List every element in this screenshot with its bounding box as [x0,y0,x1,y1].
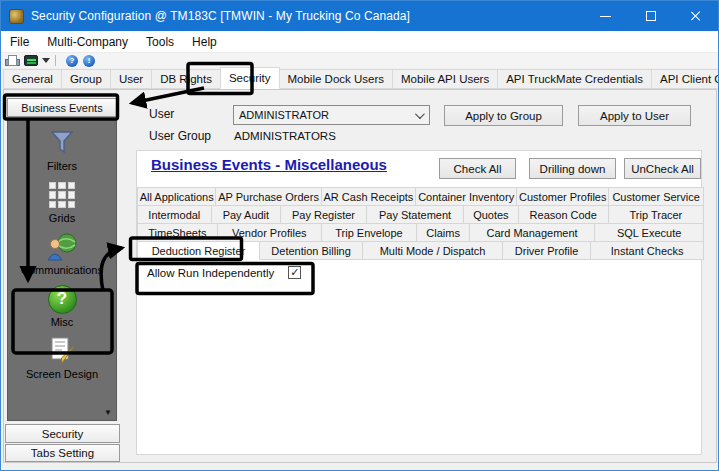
scroll-down-icon[interactable]: ▼ [104,409,112,417]
category-tab-grid: All Applications AP Purchase Orders AR C… [137,188,703,260]
category-tab-driver-profile[interactable]: Driver Profile [502,241,592,260]
misc-help-icon: ? [48,285,77,314]
multi-company-icon[interactable] [24,55,38,66]
menu-file[interactable]: File [1,35,38,49]
user-label: User [149,107,174,121]
grid-icon [49,178,75,212]
apply-to-user-button[interactable]: Apply to User [578,105,691,126]
close-button[interactable] [673,1,718,31]
tab-api-client-credentials[interactable]: API Client Credentials [651,69,719,89]
category-tab-row: All Applications AP Purchase Orders AR C… [137,188,703,206]
category-tab-all-applications[interactable]: All Applications [137,187,216,206]
sidebar-item-label: Communications [21,264,103,276]
allow-run-independently-label: Allow Run Independently [147,267,274,279]
tab-general[interactable]: General [3,69,62,89]
sidebar-item-label: Filters [47,160,77,172]
category-tab-customer-service[interactable]: Customer Service [608,187,704,206]
category-tab-vendor-profiles[interactable]: Vendor Profiles [217,223,322,242]
category-tab-instant-checks[interactable]: Instant Checks [590,241,704,260]
communications-icon [46,230,78,264]
close-icon [690,10,702,22]
app-window: Security Configuration @ TM183C [TMWIN -… [0,0,719,471]
category-tab-quotes[interactable]: Quotes [463,205,518,224]
tab-db-rights[interactable]: DB Rights [151,69,221,89]
minimize-button[interactable] [583,1,628,31]
allow-run-independently-row: Allow Run Independently ✓ [147,266,301,279]
maximize-button[interactable] [628,1,673,31]
about-icon[interactable]: ! [83,55,95,67]
window-title: Security Configuration @ TM183C [TMWIN -… [31,9,410,23]
chevron-down-icon [415,109,425,119]
category-tab-deduction-register[interactable]: Deduction Register [137,241,260,260]
category-tab-row: TimeSheets Vendor Profiles Trip Envelope… [137,224,703,242]
category-tab-pay-statement[interactable]: Pay Statement [366,205,464,224]
screen-design-icon [47,334,77,368]
dropdown-caret-icon[interactable] [42,58,50,63]
sidebar-item-filters[interactable]: Filters [8,126,116,172]
category-tab-customer-profiles[interactable]: Customer Profiles [516,187,609,206]
category-tab-pay-audit[interactable]: Pay Audit [211,205,281,224]
user-select-value: ADMINISTRATOR [239,109,329,121]
sidebar-item-label: Misc [51,316,74,328]
check-all-button[interactable]: Check All [439,158,516,179]
business-events-button[interactable]: Business Events [7,98,117,117]
menu-bar: File Multi-Company Tools Help [1,31,718,53]
category-tab-sql-execute[interactable]: SQL Execute [594,223,704,242]
category-tab-ap-purchase-orders[interactable]: AP Purchase Orders [215,187,321,206]
category-tab-trip-tracer[interactable]: Trip Tracer [608,205,704,224]
tab-security[interactable]: Security [220,67,280,89]
user-group-value: ADMINISTRATORS [234,130,336,142]
uncheck-all-button[interactable]: UnCheck All [624,158,701,179]
toolbar-separator [55,55,56,66]
sidebar-category-panel: Filters Grids Communications ? Misc [7,119,117,421]
category-tab-timesheets[interactable]: TimeSheets [137,223,218,242]
toolbar: ? ! [1,53,718,68]
tab-group[interactable]: Group [61,69,111,89]
title-bar: Security Configuration @ TM183C [TMWIN -… [1,1,718,31]
apply-to-group-button[interactable]: Apply to Group [444,105,563,126]
tab-api-truckmate-credentials[interactable]: API TruckMate Credentials [497,69,652,89]
sidebar-item-screen-design[interactable]: Screen Design [8,334,116,380]
category-tab-ar-cash-receipts[interactable]: AR Cash Receipts [321,187,416,206]
user-group-label: User Group [149,129,211,143]
menu-tools[interactable]: Tools [137,35,183,49]
top-tab-strip: General Group User DB Rights Security Mo… [3,67,718,89]
category-tab-reason-code[interactable]: Reason Code [518,205,609,224]
menu-multi-company[interactable]: Multi-Company [38,35,137,49]
sidebar-tabs-setting-button[interactable]: Tabs Setting [5,444,120,462]
tab-user[interactable]: User [110,69,152,89]
drilling-down-button[interactable]: Drilling down [529,158,616,179]
category-tab-container-inventory[interactable]: Container Inventory [415,187,517,206]
sidebar-security-button[interactable]: Security [5,424,120,443]
filter-icon [49,126,75,160]
tab-mobile-api-users[interactable]: Mobile API Users [392,69,498,89]
category-tab-detention-billing[interactable]: Detention Billing [259,241,363,260]
sidebar-item-label: Screen Design [26,368,98,380]
print-icon[interactable] [5,55,18,66]
help-icon[interactable]: ? [66,55,78,67]
category-tab-trip-envelope[interactable]: Trip Envelope [321,223,418,242]
sidebar-item-misc[interactable]: ? Misc [8,282,116,328]
allow-run-independently-checkbox[interactable]: ✓ [288,266,301,279]
business-events-panel: Business Events - Miscellaneous Check Al… [136,150,702,455]
category-tab-row: Deduction Register Detention Billing Mul… [137,242,703,260]
category-tab-card-management[interactable]: Card Management [469,223,595,242]
menu-help[interactable]: Help [183,35,226,49]
category-tab-claims[interactable]: Claims [416,223,470,242]
category-tab-intermodal[interactable]: Intermodal [137,205,212,224]
app-badge-icon [9,9,24,24]
tab-mobile-dock-users[interactable]: Mobile Dock Users [279,69,394,89]
sidebar-item-communications[interactable]: Communications [8,230,116,276]
category-tab-multi-mode-dispatch[interactable]: Multi Mode / Dispatch [362,241,502,260]
category-tab-row: Intermodal Pay Audit Pay Register Pay St… [137,206,703,224]
minimize-icon [600,16,611,17]
category-tab-pay-register[interactable]: Pay Register [280,205,367,224]
panel-heading: Business Events - Miscellaneous [151,156,387,173]
sidebar-item-grids[interactable]: Grids [8,178,116,224]
user-select[interactable]: ADMINISTRATOR [233,105,430,125]
sidebar-item-label: Grids [49,212,75,224]
maximize-icon [646,11,656,21]
bottom-strip [1,463,718,471]
